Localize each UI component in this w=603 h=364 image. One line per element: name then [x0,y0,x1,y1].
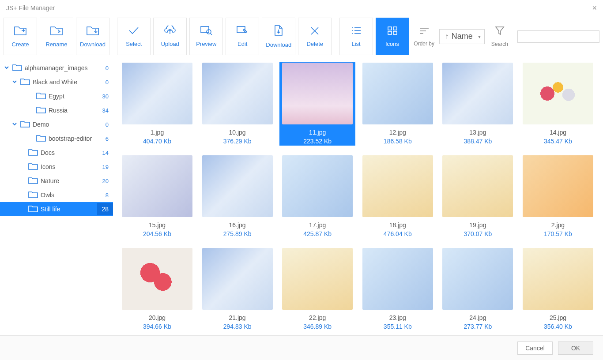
svg-rect-5 [388,31,392,34]
search-section: Search [487,18,512,55]
file-thumbnail [523,248,593,310]
file-thumbnail [282,248,353,310]
folder-count: 0 [106,65,109,71]
tree-item-docs[interactable]: Docs14 [0,146,113,160]
tree-item-icons[interactable]: Icons19 [0,160,113,174]
icons-view-button[interactable]: Icons [376,18,409,55]
file-tile[interactable]: 22.jpg346.89 Kb [279,247,355,331]
chevron-down-icon[interactable] [11,79,18,86]
folder-label: Nature [41,177,59,184]
folder-rename-icon [50,25,63,36]
file-thumbnail [442,248,513,310]
file-tile[interactable]: 19.jpg370.07 Kb [440,154,516,238]
file-thumbnail [442,63,513,124]
tree-item-egypt[interactable]: Egypt30 [0,89,113,103]
image-search-icon [200,26,212,35]
file-size: 345.47 Kb [544,138,572,145]
file-size: 204.56 Kb [143,230,171,237]
file-tile[interactable]: 10.jpg376.29 Kb [200,62,275,146]
search-input[interactable] [517,30,599,43]
file-tile[interactable]: 21.jpg294.83 Kb [200,247,275,331]
file-tile[interactable]: 17.jpg425.87 Kb [279,154,355,238]
folder-label: Owls [41,191,54,199]
file-size: 425.87 Kb [303,230,332,237]
delete-button[interactable]: Delete [298,18,332,55]
file-tile[interactable]: 16.jpg275.89 Kb [200,154,275,238]
tree-item-nature[interactable]: Nature20 [0,174,113,188]
file-name: 13.jpg [469,129,486,136]
tree-item-still-life[interactable]: Still life28 [0,202,113,216]
file-name: 14.jpg [550,129,566,136]
file-size: 223.52 Kb [303,138,332,145]
file-size: 404.70 Kb [143,138,171,145]
preview-button[interactable]: Preview [189,18,223,55]
file-thumbnail [122,248,192,310]
tree-item-bootstrap-editor[interactable]: bootstrap-editor6 [0,131,113,146]
cancel-button[interactable]: Cancel [517,341,553,355]
file-thumbnail [523,155,593,217]
upload-button[interactable]: Upload [153,18,187,55]
file-name: 16.jpg [229,221,246,229]
file-tile[interactable]: 2.jpg170.57 Kb [520,154,596,238]
folder-plus-icon [14,25,27,36]
rename-button[interactable]: Rename [40,18,73,55]
title-bar: JS+ File Manager × [0,0,603,16]
folder-label: Still life [41,206,60,213]
file-size: 294.83 Kb [223,323,252,330]
tree-item-black-and-white[interactable]: Black and White0 [0,75,113,89]
tree-item-owls[interactable]: Owls8 [0,188,113,202]
file-name: 1.jpg [151,129,164,136]
folder-icon [26,148,41,158]
edit-button[interactable]: Edit [226,18,259,55]
file-tile[interactable]: 25.jpg356.40 Kb [520,247,596,331]
select-button[interactable]: Select [117,18,151,55]
sort-direction-icon: ↑ [445,32,449,41]
download-folder-label: Download [80,41,106,48]
file-grid-panel[interactable]: 1.jpg404.70 Kb10.jpg376.29 Kb11.jpg223.5… [113,58,603,335]
chevron-down-icon[interactable] [11,121,18,128]
file-tile[interactable]: 11.jpg223.52 Kb [279,62,355,146]
file-name: 10.jpg [229,129,246,136]
file-tile[interactable]: 20.jpg394.66 Kb [119,247,195,331]
folder-icon [18,120,33,129]
list-view-button[interactable]: List [339,18,373,55]
file-thumbnail [282,63,353,124]
file-tile[interactable]: 18.jpg476.04 Kb [360,154,436,238]
chevron-down-icon[interactable] [4,64,10,72]
file-size: 355.11 Kb [384,323,412,330]
create-button[interactable]: Create [4,18,37,55]
tree-item-demo[interactable]: Demo0 [0,117,113,131]
folder-icon [26,176,41,186]
tree-item-russia[interactable]: Russia34 [0,103,113,117]
file-tile[interactable]: 23.jpg355.11 Kb [360,247,436,331]
file-name: 22.jpg [309,314,326,321]
file-size: 275.89 Kb [223,230,252,237]
file-size: 388.47 Kb [464,138,492,145]
folder-label: Docs [41,149,55,156]
sort-by-select[interactable]: ↑ Name [439,29,485,44]
folder-icon [10,64,25,73]
list-icon [350,26,362,35]
folder-label: Black and White [33,79,77,86]
folder-count: 6 [106,135,109,142]
download-file-button[interactable]: Download [262,18,295,55]
file-tile[interactable]: 13.jpg388.47 Kb [440,62,516,146]
file-tile[interactable]: 15.jpg204.56 Kb [119,154,195,238]
tree-item-alphamanager-images[interactable]: alphamanager_images0 [0,61,113,75]
file-name: 12.jpg [389,129,406,136]
file-size: 376.29 Kb [223,138,252,145]
file-tile[interactable]: 14.jpg345.47 Kb [520,62,596,146]
check-icon [128,26,140,35]
download-file-label: Download [266,41,291,48]
file-thumbnail [202,155,273,217]
file-tile[interactable]: 24.jpg273.77 Kb [440,247,516,331]
file-tile[interactable]: 12.jpg186.58 Kb [360,62,436,146]
download-folder-button[interactable]: Download [76,18,109,55]
file-name: 2.jpg [551,221,565,229]
close-icon[interactable]: × [592,4,597,13]
file-tile[interactable]: 1.jpg404.70 Kb [119,62,195,146]
folder-icon [26,162,41,172]
folder-tree: alphamanager_images0Black and White0Egyp… [0,58,113,335]
orderby-label: Order by [414,41,434,47]
ok-button[interactable]: OK [558,341,593,355]
